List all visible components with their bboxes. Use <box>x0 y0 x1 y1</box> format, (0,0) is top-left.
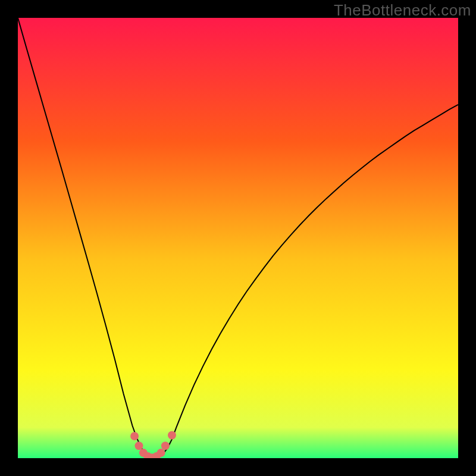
curve-marker <box>135 441 143 450</box>
curve-marker <box>161 441 170 450</box>
watermark-text: TheBottleneck.com <box>334 1 471 20</box>
bottleneck-chart <box>18 18 458 458</box>
chart-frame: TheBottleneck.com <box>0 0 476 476</box>
curve-marker <box>130 432 139 440</box>
curve-marker <box>168 431 176 440</box>
gradient-background <box>18 18 458 458</box>
curve-marker <box>157 449 165 457</box>
